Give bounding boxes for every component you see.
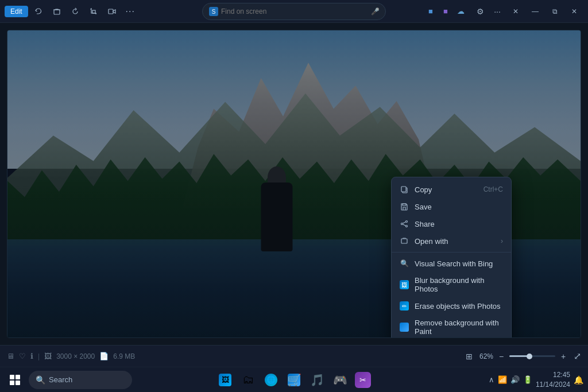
explorer-icon: 🗂 [241, 373, 255, 387]
time-display[interactable]: 12:45 11/14/2024 [536, 370, 570, 390]
date: 11/14/2024 [536, 380, 570, 390]
app-icon-3: ☁ [455, 6, 466, 17]
snip-icon: ✂ [355, 372, 371, 388]
svg-rect-10 [401, 239, 407, 243]
taskbar-app-explorer[interactable]: 🗂 [238, 370, 258, 390]
status-separator: | [38, 352, 40, 360]
share-icon [400, 219, 409, 228]
menu-item-blur-bg[interactable]: 🖼 Blur background with Photos [392, 272, 511, 297]
menu-item-copy[interactable]: Copy Ctrl+C [392, 181, 511, 198]
taskbar-search[interactable]: 🔍 Search [29, 371, 132, 389]
open-with-arrow: › [501, 237, 503, 245]
zoom-level: 62% [479, 352, 493, 360]
tray-up-arrow[interactable]: ∧ [489, 375, 494, 384]
title-bar-right: ■ ■ ☁ ⚙ ··· ✕ — ⧉ ✕ [425, 3, 583, 20]
status-right: ⊞ 62% − + ⤢ [463, 351, 581, 362]
minimize-button[interactable]: — [526, 3, 544, 20]
paint-icon [400, 323, 409, 332]
video-button[interactable] [104, 3, 120, 20]
browser-close-button[interactable]: ✕ [506, 3, 525, 20]
svg-point-9 [401, 223, 403, 225]
undo-button[interactable] [30, 3, 47, 20]
settings-button[interactable]: ⚙ [472, 3, 488, 20]
browser-extra-buttons: ⚙ ··· ✕ [472, 3, 525, 20]
zoom-slider-thumb [527, 354, 532, 359]
share-label: Share [415, 220, 503, 228]
app-icon-2: ■ [440, 6, 451, 17]
monitor-icon: 🖥 [7, 352, 14, 360]
photos-blur-icon: 🖼 [400, 280, 409, 289]
menu-item-save[interactable]: Save [392, 198, 511, 215]
more-button[interactable]: ··· [122, 3, 138, 20]
search-input[interactable] [221, 7, 369, 15]
taskbar-app-media[interactable]: 🎵 [307, 370, 327, 390]
taskbar-app-snip[interactable]: ✂ [353, 370, 373, 390]
taskbar-app-edge[interactable]: 🌐 [261, 370, 281, 390]
image-dimensions: 3000 × 2000 [56, 352, 95, 360]
mic-icon: 🎤 [371, 7, 380, 15]
zoom-slider-track[interactable] [509, 355, 555, 357]
store-icon: 🛒 [288, 374, 300, 386]
crop-button[interactable] [86, 3, 102, 20]
edit-button[interactable]: Edit [5, 6, 28, 17]
taskbar-app-xbox[interactable]: 🎮 [330, 370, 350, 390]
taskbar-app-photos[interactable]: 🖼 [215, 370, 235, 390]
file-icon: 📄 [99, 352, 109, 360]
context-menu: Copy Ctrl+C Save Share [391, 177, 512, 338]
svg-point-7 [406, 221, 408, 223]
status-bar: 🖥 ♡ ℹ | 🖼 3000 × 2000 📄 6.9 MB ⊞ 62% − +… [0, 345, 588, 367]
start-button[interactable] [5, 370, 25, 390]
svg-rect-2 [109, 9, 113, 14]
menu-item-remove-bg[interactable]: Remove background with Paint [392, 315, 511, 338]
erase-obj-label: Erase objects with Photos [415, 302, 503, 311]
heart-icon: ♡ [19, 352, 26, 360]
svg-text:S: S [212, 9, 216, 15]
taskbar-left: 🔍 Search [5, 370, 132, 390]
time: 12:45 [536, 370, 570, 380]
menu-item-open-with[interactable]: Open with › [392, 232, 511, 250]
browser-search-bar[interactable]: S 🎤 [202, 3, 386, 20]
zoom-out-button[interactable]: − [496, 351, 507, 362]
remove-bg-label: Remove background with Paint [415, 319, 503, 336]
image-icon: 🖼 [44, 352, 52, 360]
taskbar-app-store[interactable]: 🛒 [284, 370, 304, 390]
battery-icon: 🔋 [523, 375, 532, 384]
menu-item-visual-search[interactable]: 🔍 Visual Search with Bing [392, 255, 511, 272]
media-player-icon: 🎵 [310, 373, 324, 387]
svg-rect-0 [54, 10, 60, 14]
svg-rect-6 [401, 187, 406, 192]
fit-screen-button[interactable]: ⊞ [463, 351, 475, 362]
person-silhouette [254, 160, 300, 251]
fullscreen-button[interactable]: ⤢ [574, 351, 581, 362]
blur-bg-label: Blur background with Photos [415, 276, 503, 293]
taskbar-center: 🖼 🗂 🌐 🛒 🎵 🎮 ✂ [215, 370, 373, 390]
network-icon: 📶 [498, 375, 507, 384]
search-label: Search [49, 375, 72, 384]
svg-point-8 [406, 226, 408, 227]
zoom-slider-fill [509, 355, 528, 357]
zoom-in-button[interactable]: + [558, 351, 569, 362]
menu-item-share[interactable]: Share [392, 215, 511, 232]
rotate-button[interactable] [67, 3, 83, 20]
bing-search-icon: 🔍 [400, 259, 409, 268]
menu-separator-1 [392, 252, 511, 253]
notification-icon[interactable]: 🔔 [574, 375, 583, 385]
copy-label: Copy [415, 185, 478, 194]
browser-more-button[interactable]: ··· [489, 3, 505, 20]
taskbar: 🔍 Search 🖼 🗂 🌐 🛒 🎵 🎮 [0, 367, 588, 392]
app-window: Edit ··· S [0, 0, 588, 392]
copy-shortcut: Ctrl+C [483, 185, 503, 193]
menu-item-erase-obj[interactable]: ✏ Erase objects with Photos [392, 297, 511, 315]
search-icon: 🔍 [36, 375, 45, 385]
visual-search-label: Visual Search with Bing [415, 259, 503, 268]
content-area: Copy Ctrl+C Save Share [0, 23, 588, 345]
delete-button[interactable] [49, 3, 65, 20]
restore-button[interactable]: ⧉ [546, 3, 564, 20]
windows-logo [10, 375, 20, 385]
title-bar-left: Edit ··· [5, 3, 138, 20]
status-left: 🖥 ♡ ℹ | 🖼 3000 × 2000 📄 6.9 MB [7, 352, 135, 360]
image-container: Copy Ctrl+C Save Share [7, 30, 581, 338]
save-label: Save [415, 203, 503, 211]
close-button[interactable]: ✕ [565, 3, 583, 20]
taskbar-right: ∧ 📶 🔊 🔋 12:45 11/14/2024 🔔 [489, 370, 583, 390]
